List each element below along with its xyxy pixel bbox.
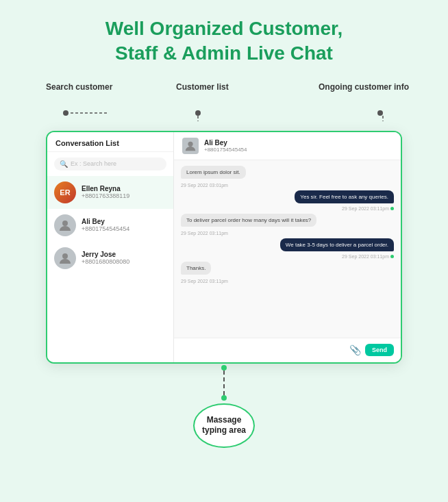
msg-time-5: 29 Sep 2022 03:11pm xyxy=(181,279,394,284)
msg-time-3: 29 Sep 2022 03:11pm xyxy=(181,231,394,236)
message-input[interactable] xyxy=(181,347,349,353)
ongoing-customer-label: Ongoing customer info xyxy=(319,80,409,93)
avatar-ellen: ER xyxy=(54,181,76,203)
avatar-ali xyxy=(54,214,76,236)
conversation-sidebar: Conversation List 🔍 Ex : Search here ER … xyxy=(47,132,174,362)
msg-time-1: 29 Sep 2022 03:01pm xyxy=(181,183,394,188)
svg-point-5 xyxy=(188,141,192,146)
contact-item-ali[interactable]: Ali Bey +8801754545454 xyxy=(47,209,173,242)
messages-container: Lorem ipsum dolor sit. 29 Sep 2022 03:01… xyxy=(174,160,401,338)
chat-card: Conversation List 🔍 Ex : Search here ER … xyxy=(46,131,402,364)
chat-header-phone: +8801754545454 xyxy=(204,147,247,153)
contact-item-jerry[interactable]: Jerry Jose +8801680808080 xyxy=(47,242,173,275)
message-1: Lorem ipsum dolor sit. xyxy=(181,166,246,179)
chat-header-name: Ali Bey xyxy=(204,139,247,147)
sidebar-title: Conversation List xyxy=(47,132,173,152)
message-2: Yes sir. Feel free to ask any queries. xyxy=(295,190,394,203)
contact-phone-jerry: +8801680808080 xyxy=(82,258,129,265)
contact-name-ellen: Ellen Reyna xyxy=(82,185,129,192)
avatar-jerry xyxy=(54,247,76,269)
chat-area: Ali Bey +8801754545454 Lorem ipsum dolor… xyxy=(174,132,401,362)
page-wrapper: Well Organized Customer, Staff & Admin L… xyxy=(0,0,448,502)
chat-input-row: 📎 Send xyxy=(174,338,401,362)
search-customer-label: Search customer xyxy=(46,80,112,93)
search-icon: 🔍 xyxy=(60,160,68,168)
message-3: To deliver parcel order how many days wi… xyxy=(181,214,316,227)
msg-time-4: 29 Sep 2022 03:11pm xyxy=(181,254,394,259)
contact-name-jerry: Jerry Jose xyxy=(82,251,129,258)
msg-time-2: 29 Sep 2022 03:11pm xyxy=(181,206,394,211)
svg-point-3 xyxy=(62,221,68,226)
message-5: Thanks. xyxy=(181,262,211,275)
attach-icon[interactable]: 📎 xyxy=(349,344,361,355)
chat-header-avatar xyxy=(182,138,199,154)
search-placeholder: Ex : Search here xyxy=(71,160,116,167)
search-bar[interactable]: 🔍 Ex : Search here xyxy=(54,158,166,171)
chat-header: Ali Bey +8801754545454 xyxy=(174,132,401,160)
contact-item-ellen[interactable]: ER Ellen Reyna +8801763388119 xyxy=(47,176,173,209)
message-4: We take 3-5 days to deliver a parcel ord… xyxy=(280,238,394,251)
page-title: Well Organized Customer, Staff & Admin L… xyxy=(105,16,343,66)
customer-list-label: Customer list xyxy=(176,80,229,93)
svg-point-4 xyxy=(62,253,68,259)
contact-phone-ellen: +8801763388119 xyxy=(82,192,129,199)
send-button[interactable]: Send xyxy=(365,344,394,356)
contact-phone-ali: +8801754545454 xyxy=(82,225,129,232)
contact-name-ali: Ali Bey xyxy=(82,218,129,225)
massage-typing-area-label: Massage typing area xyxy=(193,403,255,448)
